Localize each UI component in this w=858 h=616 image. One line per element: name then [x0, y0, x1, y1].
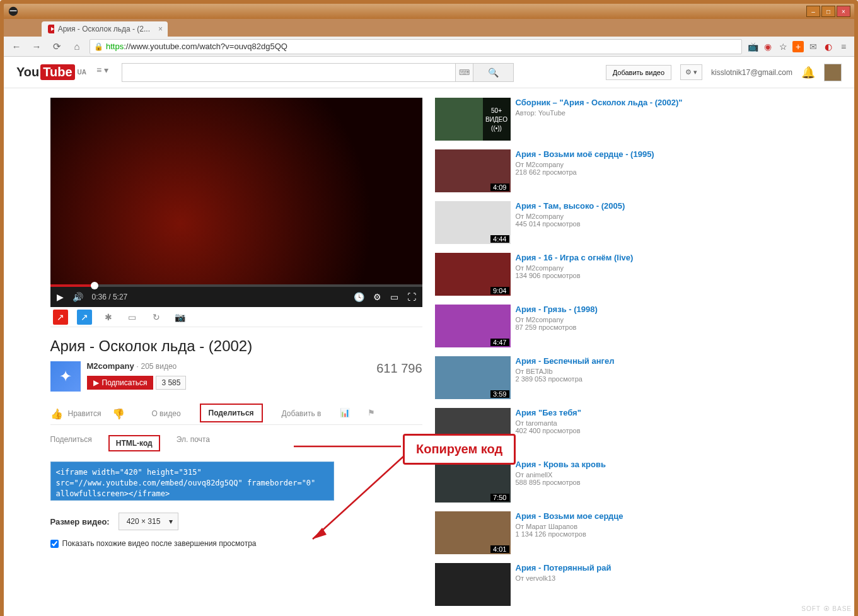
watch-later-icon[interactable]: 🕓: [354, 292, 364, 302]
user-email[interactable]: kisslotnik17@gmail.com: [711, 68, 792, 77]
theater-mode-icon[interactable]: ▭: [390, 292, 398, 302]
window-minimize-button[interactable]: –: [806, 6, 820, 17]
tab-addto[interactable]: Добавить в: [279, 403, 324, 424]
bookmark-icon[interactable]: ☆: [777, 41, 789, 52]
recommendation-item[interactable]: 7:50 Ария - Кровь за кровь От animellX 5…: [435, 460, 808, 503]
back-button[interactable]: ←: [9, 39, 24, 54]
window-close-button[interactable]: ×: [837, 6, 850, 17]
subscribe-button[interactable]: ▶ Подписаться: [87, 376, 154, 390]
reload-button[interactable]: ⟳: [49, 39, 64, 54]
recommendation-item[interactable]: 4:47 Ария - Грязь - (1998) От M2company …: [435, 305, 808, 347]
video-thumbnail: [435, 563, 511, 606]
checkbox-label: Показать похожие видео после завершения …: [62, 539, 257, 548]
recommendation-item[interactable]: 4:44 Ария - Там, высоко - (2005) От M2co…: [435, 201, 808, 244]
subscriber-count: 3 585: [156, 376, 186, 390]
rec-author: От BETAJIb: [516, 368, 808, 375]
rec-author: Автор: YouTube: [516, 109, 808, 117]
recommendation-item[interactable]: 3:59 Ария - Беспечный ангел От BETAJIb 2…: [435, 356, 808, 399]
action-settings-icon[interactable]: ✱: [101, 310, 116, 325]
progress-scrubber[interactable]: [91, 282, 98, 289]
extension-icon[interactable]: ◐: [823, 41, 834, 52]
view-count: 611 796: [376, 361, 422, 376]
extension-icon[interactable]: +: [792, 41, 804, 52]
address-bar[interactable]: 🔒 https ://www.youtube.com/watch?v=ouvq8…: [90, 39, 742, 54]
upload-button[interactable]: Добавить видео: [606, 65, 671, 80]
channel-video-count[interactable]: 205 видео: [141, 362, 177, 371]
progress-played[interactable]: [50, 284, 93, 287]
extension-icon[interactable]: 📺: [747, 41, 758, 52]
share-subtabs: Поделиться HTML-код Эл. почта: [50, 435, 422, 451]
rec-title: Ария - Грязь - (1998): [516, 305, 808, 315]
video-player[interactable]: ▶ 🔊 0:36 / 5:27 🕓 ⚙ ▭ ⛶: [50, 98, 422, 307]
window-maximize-button[interactable]: □: [821, 6, 835, 17]
recommendation-item[interactable]: Ария - Потерянный рай От vervolk13: [435, 563, 808, 606]
flag-icon[interactable]: ⚑: [368, 408, 379, 419]
action-camera-icon[interactable]: 📷: [173, 310, 188, 325]
recommendation-item[interactable]: 9:04 Ария - 16 - Игра с огнём (live) От …: [435, 253, 808, 296]
video-duration: 4:09: [490, 183, 509, 191]
video-thumbnail: 7:50: [435, 460, 511, 503]
youtube-logo[interactable]: YouTube UA: [16, 64, 86, 80]
rec-author: От M2company: [516, 212, 808, 220]
action-icon[interactable]: ↗: [77, 310, 92, 325]
recommendation-item[interactable]: 50+ВИДЕО((•)) Сборник – "Ария - Осколок …: [435, 98, 808, 141]
avatar[interactable]: [824, 64, 842, 81]
guide-menu-button[interactable]: ≡ ▾: [96, 65, 112, 80]
channel-avatar[interactable]: ✦: [50, 361, 81, 392]
show-related-checkbox[interactable]: [50, 540, 59, 548]
subtab-share[interactable]: Поделиться: [50, 435, 92, 451]
home-button[interactable]: ⌂: [69, 39, 84, 54]
recommendation-item[interactable]: 4:01 Ария - Возьми мое сердце От Марат Ш…: [435, 511, 808, 554]
rec-views: 218 662 просмотра: [516, 168, 808, 176]
recommendation-item[interactable]: 4:09 Ария - Возьми моё сердце - (1995) О…: [435, 149, 808, 192]
browser-tab[interactable]: Ария - Осколок льда - (2... ×: [42, 21, 168, 37]
tab-about[interactable]: О видео: [149, 403, 183, 424]
video-thumbnail: 9:04: [435, 253, 511, 296]
video-thumbnail: 4:09: [435, 149, 511, 192]
video-duration: 3:59: [490, 390, 509, 398]
volume-icon[interactable]: 🔊: [72, 292, 83, 302]
tab-title: Ария - Осколок льда - (2...: [58, 25, 150, 33]
youtube-favicon: [48, 25, 54, 33]
region-code: UA: [78, 69, 86, 76]
search-button[interactable]: 🔍: [473, 63, 514, 82]
tab-share[interactable]: Поделиться: [200, 404, 263, 422]
play-icon[interactable]: ▶: [57, 292, 64, 302]
stats-icon[interactable]: 📊: [340, 408, 351, 419]
action-replay-icon[interactable]: ↻: [149, 310, 164, 325]
rec-views: 445 014 просмотров: [516, 220, 808, 228]
close-tab-icon[interactable]: ×: [158, 25, 163, 33]
recommendations-sidebar: 50+ВИДЕО((•)) Сборник – "Ария - Осколок …: [435, 98, 808, 615]
embed-code-textarea[interactable]: <iframe width="420" height="315" src="//…: [50, 462, 334, 501]
settings-gear-icon[interactable]: ⚙: [373, 292, 381, 302]
subtab-html[interactable]: HTML-код: [108, 435, 160, 451]
settings-button[interactable]: ⚙ ▾: [680, 64, 702, 80]
size-select[interactable]: 420 × 315: [119, 513, 179, 530]
video-duration: 4:47: [490, 339, 509, 346]
action-icon[interactable]: ▭: [125, 310, 140, 325]
fullscreen-icon[interactable]: ⛶: [407, 292, 416, 302]
like-label: Нравится: [68, 409, 101, 418]
extension-icon[interactable]: ◉: [762, 41, 774, 52]
rec-author: От M2company: [516, 161, 808, 168]
search-input[interactable]: [122, 63, 456, 82]
rec-author: От vervolk13: [516, 574, 808, 582]
forward-button[interactable]: →: [29, 39, 44, 54]
browser-tabstrip: Ария - Осколок льда - (2... ×: [4, 19, 854, 37]
rec-author: От Марат Шарапов: [516, 523, 808, 530]
channel-name[interactable]: M2company: [87, 361, 134, 371]
subtab-email[interactable]: Эл. почта: [177, 435, 210, 451]
menu-icon[interactable]: ≡: [838, 41, 849, 52]
keyboard-icon[interactable]: ⌨: [456, 63, 473, 82]
action-row: ↗ ↗ ✱ ▭ ↻ 📷: [50, 307, 422, 327]
thumbs-up-icon[interactable]: 👍: [50, 408, 63, 420]
progress-remaining[interactable]: [93, 284, 422, 287]
rec-views: 402 400 просмотров: [516, 427, 808, 434]
mail-icon[interactable]: ✉: [808, 41, 819, 52]
rec-views: 2 389 053 просмотра: [516, 375, 808, 383]
rec-title: Ария - Кровь за кровь: [516, 460, 808, 470]
action-icon[interactable]: ↗: [53, 310, 68, 325]
thumbs-down-icon[interactable]: 👎: [112, 408, 125, 420]
bell-icon[interactable]: 🔔: [801, 66, 815, 79]
rec-author: От M2company: [516, 316, 808, 323]
